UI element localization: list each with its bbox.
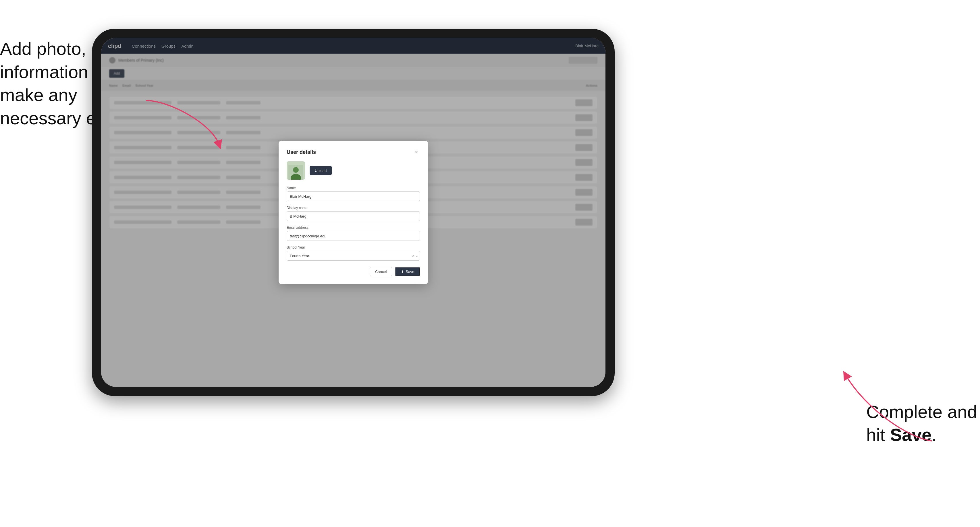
modal-title: User details bbox=[286, 149, 316, 155]
email-form-group: Email address bbox=[286, 225, 420, 241]
school-year-chevron-icon[interactable]: ⌄ bbox=[415, 254, 418, 258]
display-name-form-group: Display name bbox=[286, 206, 420, 221]
cancel-button[interactable]: Cancel bbox=[370, 267, 392, 276]
name-label: Name bbox=[286, 186, 420, 190]
user-photo-thumbnail bbox=[286, 161, 305, 180]
modal-footer: Cancel ⬆ Save bbox=[286, 267, 420, 276]
save-label: Save bbox=[406, 270, 414, 274]
tablet-screen: clipd Connections Groups Admin Blair McH… bbox=[101, 38, 606, 387]
display-name-input[interactable] bbox=[286, 211, 420, 221]
annotation-right-line1: Complete and bbox=[866, 402, 977, 422]
name-input[interactable] bbox=[286, 192, 420, 201]
annotation-right-bold: Save bbox=[890, 425, 932, 444]
school-year-controls: × ⌄ bbox=[412, 254, 418, 258]
school-year-wrapper: × ⌄ bbox=[286, 251, 420, 260]
modal-title-bar: User details × bbox=[286, 149, 420, 156]
school-year-label: School Year bbox=[286, 245, 420, 249]
school-year-clear-icon[interactable]: × bbox=[412, 254, 414, 258]
modal-overlay: User details × Upload bbox=[101, 38, 606, 387]
name-form-group: Name bbox=[286, 186, 420, 201]
email-label: Email address bbox=[286, 225, 420, 230]
tablet-frame: clipd Connections Groups Admin Blair McH… bbox=[92, 29, 615, 396]
user-details-modal: User details × Upload bbox=[278, 141, 428, 284]
save-icon: ⬆ bbox=[401, 270, 404, 274]
modal-close-button[interactable]: × bbox=[413, 149, 420, 156]
school-year-form-group: School Year × ⌄ bbox=[286, 245, 420, 260]
school-year-input[interactable] bbox=[286, 251, 420, 260]
email-input[interactable] bbox=[286, 231, 420, 241]
annotation-left-line3: make any bbox=[0, 85, 77, 105]
annotation-right-line2: hit bbox=[866, 425, 890, 444]
save-button[interactable]: ⬆ Save bbox=[395, 267, 420, 276]
display-name-label: Display name bbox=[286, 206, 420, 210]
annotation-right-end: . bbox=[932, 425, 937, 444]
svg-point-1 bbox=[293, 167, 299, 173]
user-photo-svg bbox=[288, 165, 303, 180]
upload-button[interactable]: Upload bbox=[310, 166, 332, 175]
photo-section: Upload bbox=[286, 161, 420, 180]
annotation-right: Complete and hit Save. bbox=[866, 400, 977, 447]
